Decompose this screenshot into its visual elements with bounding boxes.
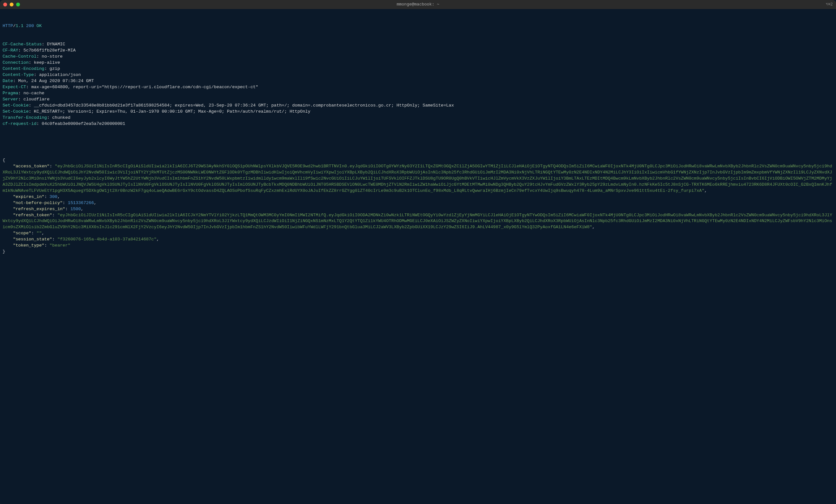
- http-header-line: CF-RAY: 5c7b66f1fb28ef2e-MIA: [3, 47, 833, 54]
- header-value: 04c0feab3e0000ef2ea5a7e200000001: [42, 121, 125, 126]
- http-header-line: Content-Type: application/json: [3, 72, 833, 78]
- json-line: "refresh_expires_in": 1500,: [3, 206, 833, 212]
- json-body: { "access_token": "eyJhbGciOiJSUzI1NiIsI…: [3, 157, 833, 255]
- terminal-output[interactable]: HTTP/1.1 200 OK CF-Cache-Status: DYNAMIC…: [0, 9, 836, 269]
- http-headers: CF-Cache-Status: DYNAMICCF-RAY: 5c7b66f1…: [3, 41, 833, 127]
- titlebar: mmonge@macbook: ~ ⌥⌘2: [0, 0, 836, 9]
- header-name: Date: [3, 79, 13, 83]
- header-name: Set-Cookie: [3, 103, 28, 108]
- header-name: Content-Type: [3, 73, 34, 77]
- http-status-line: HTTP/1.1 200 OK: [3, 23, 833, 29]
- header-value: cloudflare: [23, 97, 50, 102]
- header-name: Pragma: [3, 91, 18, 96]
- header-value: DYNAMIC: [47, 42, 65, 47]
- http-header-line: Connection: keep-alive: [3, 60, 833, 66]
- json-line: "scope": "",: [3, 230, 833, 236]
- header-value: __cfduid=dbd3457dc33548e8b81bb0d21e3f17a…: [34, 103, 454, 108]
- header-name: Server: [3, 97, 18, 102]
- http-header-line: cf-request-id: 04c0feab3e0000ef2ea5a7e20…: [3, 121, 833, 127]
- http-header-line: Server: cloudflare: [3, 97, 833, 103]
- json-line: "session_state": "f3260076-165a-4b4d-a10…: [3, 236, 833, 243]
- header-value: application/json: [39, 73, 81, 77]
- http-version: 1.1: [16, 23, 23, 28]
- http-header-line: Set-Cookie: KC_RESTART=; Version=1; Expi…: [3, 109, 833, 115]
- json-line: {: [3, 157, 833, 163]
- http-header-line: Pragma: no-cache: [3, 91, 833, 97]
- window-controls: [3, 3, 20, 6]
- close-button[interactable]: [3, 3, 7, 6]
- header-name: CF-Cache-Status: [3, 42, 42, 47]
- header-value: gzip: [50, 66, 60, 71]
- header-name: Cache-Control: [3, 54, 36, 59]
- header-value: chunked: [52, 115, 71, 120]
- json-line: "token_type": "bearer": [3, 243, 833, 249]
- json-line: "expires_in": 300,: [3, 194, 833, 200]
- header-name: Set-Cookie: [3, 109, 28, 114]
- minimize-button[interactable]: [10, 3, 14, 6]
- header-name: cf-request-id: [3, 121, 36, 126]
- header-value: keep-alive: [34, 60, 60, 65]
- http-header-line: Date: Mon, 24 Aug 2020 07:36:24 GMT: [3, 78, 833, 84]
- maximize-button[interactable]: [16, 3, 20, 6]
- http-header-line: Cache-Control: no-store: [3, 54, 833, 60]
- header-name: Transfer-Encoding: [3, 115, 47, 120]
- http-header-line: CF-Cache-Status: DYNAMIC: [3, 41, 833, 47]
- header-name: Connection: [3, 60, 28, 65]
- tab-shortcut-indicator: ⌥⌘2: [826, 2, 833, 7]
- header-name: Expect-CT: [3, 85, 26, 90]
- window-title: mmonge@macbook: ~: [397, 2, 440, 7]
- header-value: 5c7b66f1fb28ef2e-MIA: [23, 48, 76, 53]
- http-header-line: Transfer-Encoding: chunked: [3, 115, 833, 121]
- header-name: Content-Encoding: [3, 66, 44, 71]
- http-header-line: Expect-CT: max-age=604800, report-uri="h…: [3, 84, 833, 91]
- blank-line: [3, 139, 833, 145]
- json-line: "access_token": "eyJhbGciOiJSUzI1NiIsInR…: [3, 163, 833, 194]
- http-status-code: 200: [26, 23, 34, 28]
- json-line: "refresh_token": "eyJhbGciOiJIUzI1NiIsIn…: [3, 212, 833, 231]
- header-value: Mon, 24 Aug 2020 07:36:24 GMT: [18, 79, 94, 83]
- http-protocol: HTTP: [3, 23, 13, 28]
- header-value: no-cache: [23, 91, 44, 96]
- header-value: no-store: [42, 54, 63, 59]
- terminal-window: mmonge@macbook: ~ ⌥⌘2 HTTP/1.1 200 OK CF…: [0, 0, 836, 504]
- http-status-text: OK: [36, 23, 41, 28]
- header-value: KC_RESTART=; Version=1; Expires=Thu, 01-…: [34, 109, 310, 114]
- http-header-line: Content-Encoding: gzip: [3, 66, 833, 72]
- http-header-line: Set-Cookie: __cfduid=dbd3457dc33548e8b81…: [3, 103, 833, 109]
- header-name: CF-RAY: [3, 48, 18, 53]
- header-value: max-age=604800, report-uri="https://repo…: [31, 85, 258, 90]
- json-line: "not-before-policy": 1513367266,: [3, 200, 833, 206]
- json-line: }: [3, 249, 833, 255]
